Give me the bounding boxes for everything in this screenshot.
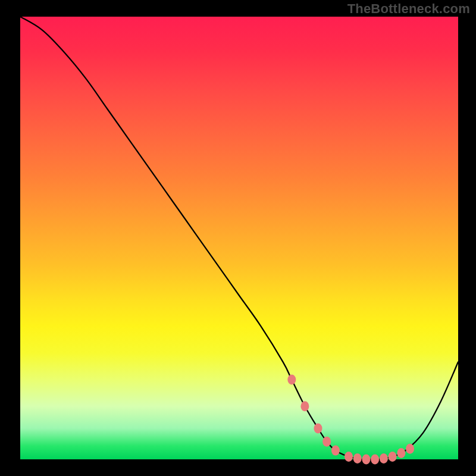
marker-dot (389, 452, 397, 462)
marker-dot (371, 455, 379, 465)
marker-dot (406, 444, 414, 454)
marker-dot (331, 446, 340, 456)
marker-dot (314, 423, 322, 433)
trough-markers (287, 375, 414, 465)
marker-dot (287, 375, 296, 385)
watermark-text: TheBottleneck.com (347, 1, 470, 17)
curve-layer (20, 17, 458, 459)
chart-frame: TheBottleneck.com (0, 0, 476, 476)
marker-dot (397, 448, 405, 458)
marker-dot (362, 455, 370, 465)
bottleneck-curve (20, 17, 458, 459)
marker-dot (322, 437, 331, 447)
marker-dot (380, 453, 388, 464)
marker-dot (353, 453, 362, 464)
marker-dot (345, 452, 353, 462)
marker-dot (300, 401, 309, 411)
